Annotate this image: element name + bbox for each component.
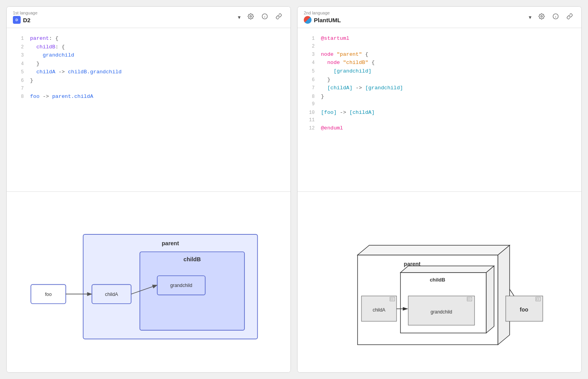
line-number: 2 (13, 44, 24, 51)
code-token: [foo] (321, 110, 337, 115)
svg-text:childB: childB (430, 277, 445, 283)
line-content: } (30, 76, 33, 85)
line-content: childB: { (30, 43, 65, 51)
code-line: 1parent: { (7, 34, 290, 43)
right-chevron-button[interactable]: ▾ (527, 12, 533, 22)
line-number: 7 (304, 85, 315, 92)
code-line: 4 } (7, 60, 290, 68)
right-code-editor[interactable]: 1@startuml23node "parent" {4 node "child… (298, 28, 581, 192)
line-content: parent: { (30, 34, 58, 43)
right-header-actions: ▾ (527, 12, 575, 23)
line-content: node "childB" { (321, 58, 375, 67)
line-number: 4 (304, 59, 315, 67)
line-content: node "parent" { (321, 50, 368, 59)
code-line: 2 (298, 43, 581, 50)
d2-diagram-svg: parent childB foo childA grandchild (14, 208, 283, 356)
code-token: childB.grandchild (68, 69, 122, 75)
code-line: 11 (298, 117, 581, 124)
line-number: 1 (304, 35, 315, 43)
right-lang-text: PlantUML (314, 17, 341, 23)
line-content: [foo] -> [childA] (321, 108, 375, 117)
code-token: childB (30, 44, 55, 50)
code-line: 12@enduml (298, 124, 581, 133)
code-line: 9 (298, 101, 581, 108)
code-line: 1@startuml (298, 34, 581, 43)
line-number: 5 (304, 68, 315, 75)
code-token: parent (30, 35, 49, 41)
line-number: 9 (304, 101, 315, 108)
code-line: 10[foo] -> [childA] (298, 108, 581, 117)
code-line: 7 (7, 85, 290, 92)
line-number: 3 (304, 51, 315, 58)
code-token: node (321, 51, 337, 57)
svg-marker-22 (498, 245, 510, 345)
line-number: 12 (304, 125, 315, 132)
code-token: } (30, 61, 39, 67)
right-panel: 2nd language PlantUML ▾ 1@startuml23node… (297, 6, 582, 373)
right-link-button[interactable] (564, 12, 575, 23)
left-code-editor[interactable]: 1parent: {2 childB: {3 grandchild4 }5 ch… (7, 28, 290, 192)
line-number: 1 (13, 35, 24, 43)
line-number: 10 (304, 109, 315, 117)
code-token: @startuml (321, 35, 349, 41)
line-number: 6 (304, 76, 315, 84)
svg-point-0 (250, 16, 251, 17)
code-token: [childA] (349, 110, 375, 115)
line-content: @enduml (321, 124, 343, 133)
right-panel-header: 2nd language PlantUML ▾ (298, 7, 581, 28)
left-panel: 1st language D D2 ▾ 1parent: {2 childB: … (6, 6, 291, 373)
left-lang-name: D D2 (13, 16, 236, 24)
left-lang-selector: 1st language D D2 (13, 11, 236, 24)
code-token: : { (49, 35, 58, 41)
d2-icon: D (13, 16, 21, 24)
line-content: } (321, 76, 330, 84)
left-lang-text: D2 (23, 17, 30, 23)
plantuml-icon (304, 16, 312, 24)
left-chevron-button[interactable]: ▾ (236, 12, 242, 22)
svg-text:parent: parent (162, 240, 179, 246)
code-token: foo (30, 94, 39, 99)
plantuml-diagram-svg: parent childB childA grandchild (305, 208, 574, 356)
line-number: 4 (13, 60, 24, 68)
left-settings-button[interactable] (245, 12, 256, 23)
line-content: childA -> childB.grandchild (30, 68, 122, 76)
right-settings-button[interactable] (536, 12, 547, 23)
line-content: @startuml (321, 34, 349, 43)
svg-marker-26 (486, 266, 494, 333)
line-number: 6 (13, 77, 24, 85)
right-diagram: parent childB childA grandchild (298, 192, 581, 372)
code-line: 8} (298, 92, 581, 101)
left-link-button[interactable] (273, 12, 284, 23)
line-content: [childA] -> [grandchild] (321, 84, 403, 92)
svg-marker-25 (400, 266, 494, 273)
code-token: childA (30, 69, 55, 75)
code-token: : { (55, 44, 65, 50)
code-token: { (362, 51, 368, 57)
code-token: @enduml (321, 125, 343, 131)
right-lang-selector: 2nd language PlantUML (304, 11, 527, 24)
svg-text:childB: childB (184, 256, 201, 262)
left-lang-label: 1st language (13, 11, 236, 15)
line-content: foo -> parent.childA (30, 92, 93, 101)
svg-text:foo: foo (45, 291, 51, 297)
code-token: node (321, 60, 343, 66)
line-number: 11 (304, 117, 315, 124)
line-content: } (321, 92, 324, 101)
code-token: -> (352, 85, 365, 91)
svg-rect-6 (140, 251, 244, 330)
code-line: 8foo -> parent.childA (7, 92, 290, 101)
line-content: } (30, 60, 39, 68)
left-info-button[interactable] (259, 12, 270, 23)
code-token: [childA] (321, 85, 352, 91)
code-token: } (321, 94, 324, 99)
code-token: "parent" (337, 51, 362, 57)
line-number: 7 (13, 85, 24, 92)
code-line: 3 grandchild (7, 51, 290, 60)
svg-text:childA: childA (373, 307, 386, 313)
right-info-button[interactable] (550, 12, 561, 23)
line-number: 8 (13, 93, 24, 101)
code-line: 6} (7, 76, 290, 85)
code-line: 3node "parent" { (298, 50, 581, 59)
code-token: -> (337, 110, 349, 115)
code-token: { (368, 60, 375, 66)
